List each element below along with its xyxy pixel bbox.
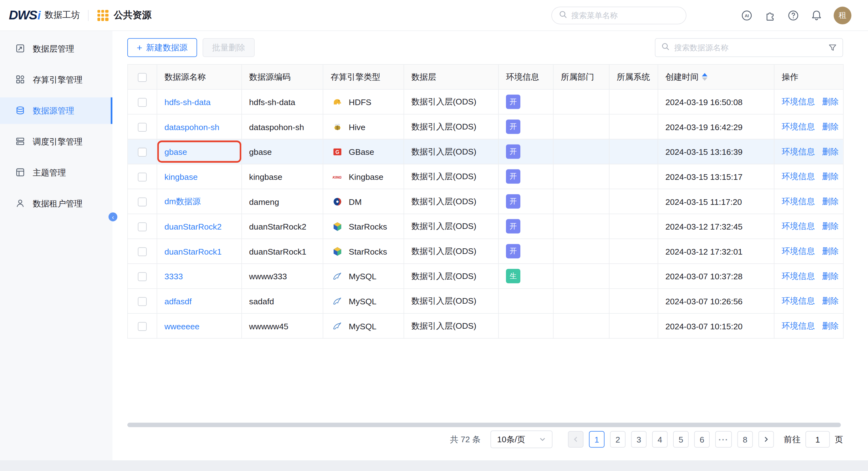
batch-delete-button[interactable]: 批量删除 bbox=[203, 38, 254, 57]
datasource-name-link[interactable]: duanStarRock1 bbox=[164, 246, 221, 256]
datasource-name-link[interactable]: hdfs-sh-data bbox=[164, 97, 211, 106]
delete-action[interactable]: 删除 bbox=[822, 321, 839, 330]
delete-action[interactable]: 删除 bbox=[822, 246, 839, 255]
env-info-action[interactable]: 环境信息 bbox=[782, 296, 815, 305]
delete-action[interactable]: 删除 bbox=[822, 196, 839, 205]
sidebar-item-label: 数据租户管理 bbox=[33, 198, 82, 209]
datasource-code: dataspohon-sh bbox=[242, 114, 323, 139]
goto-page-input[interactable] bbox=[805, 431, 830, 447]
datasource-name-link[interactable]: duanStarRock2 bbox=[164, 222, 221, 231]
horizontal-scrollbar-thumb[interactable] bbox=[127, 423, 841, 427]
page-ellipsis[interactable]: ··· bbox=[715, 431, 732, 447]
row-checkbox[interactable] bbox=[138, 98, 147, 107]
datasource-name-link[interactable]: kingbase bbox=[164, 172, 197, 181]
env-info-action[interactable]: 环境信息 bbox=[782, 271, 815, 280]
env-info-action[interactable]: 环境信息 bbox=[782, 221, 815, 231]
datasource-name-link[interactable]: wweeeee bbox=[164, 321, 199, 331]
row-checkbox[interactable] bbox=[138, 123, 147, 132]
env-badge: 开 bbox=[506, 194, 520, 209]
row-checkbox[interactable] bbox=[138, 222, 147, 231]
datasource-search[interactable] bbox=[655, 38, 843, 57]
sidebar-collapse-button[interactable]: ‹ bbox=[108, 212, 117, 221]
sidebar-item[interactable]: 主题管理 bbox=[0, 160, 112, 186]
datasource-code: hdfs-sh-data bbox=[242, 90, 323, 114]
delete-action[interactable]: 删除 bbox=[822, 171, 839, 181]
apps-grid-icon[interactable] bbox=[97, 10, 108, 21]
delete-action[interactable]: 删除 bbox=[822, 97, 839, 106]
datasource-search-input[interactable] bbox=[674, 43, 824, 52]
page-number[interactable]: 4 bbox=[652, 431, 668, 447]
env-info-action[interactable]: 环境信息 bbox=[782, 196, 815, 205]
data-layer-icon bbox=[16, 44, 26, 54]
row-checkbox[interactable] bbox=[138, 322, 147, 331]
env-info-action[interactable]: 环境信息 bbox=[782, 146, 815, 156]
page-number[interactable]: 3 bbox=[631, 431, 647, 447]
table-row: adfasdfsadafdMySQL数据引入层(ODS)2024-03-07 1… bbox=[128, 289, 843, 314]
row-checkbox[interactable] bbox=[138, 173, 147, 181]
delete-action[interactable]: 删除 bbox=[822, 271, 839, 280]
logo: DWSi bbox=[9, 8, 41, 23]
row-checkbox[interactable] bbox=[138, 272, 147, 281]
datasource-icon bbox=[16, 106, 26, 116]
env-info-action[interactable]: 环境信息 bbox=[782, 97, 815, 106]
data-layer: 数据引入层(ODS) bbox=[404, 214, 499, 239]
pagination: 共 72 条 10条/页 123456···8 前往 页 bbox=[450, 430, 843, 448]
prev-page-button[interactable] bbox=[568, 431, 584, 447]
sort-icon[interactable] bbox=[702, 73, 708, 81]
select-all-checkbox[interactable] bbox=[138, 73, 147, 82]
menu-search[interactable] bbox=[551, 6, 686, 24]
row-checkbox[interactable] bbox=[138, 297, 147, 306]
column-header: 所属系统 bbox=[609, 64, 658, 90]
delete-action[interactable]: 删除 bbox=[822, 121, 839, 131]
page-number[interactable]: 8 bbox=[737, 431, 753, 447]
datasource-name-link[interactable]: dataspohon-sh bbox=[164, 122, 219, 131]
column-header[interactable]: 创建时间 bbox=[658, 64, 774, 90]
env-badge: 开 bbox=[506, 144, 520, 159]
datasource-name-link[interactable]: 3333 bbox=[164, 271, 183, 281]
delete-action[interactable]: 删除 bbox=[822, 146, 839, 156]
sidebar-item[interactable]: 数据源管理 bbox=[0, 97, 112, 124]
sidebar-item[interactable]: 数据层管理 bbox=[0, 35, 112, 62]
column-header: 操作 bbox=[774, 64, 843, 90]
data-layer: 数据引入层(ODS) bbox=[404, 139, 499, 164]
help-icon[interactable] bbox=[787, 9, 800, 21]
row-checkbox[interactable] bbox=[138, 247, 147, 256]
filter-icon[interactable] bbox=[828, 43, 837, 52]
avatar[interactable]: 租 bbox=[834, 6, 851, 24]
datasource-name-link[interactable]: gbase bbox=[164, 147, 187, 156]
sidebar-item[interactable]: 数据租户管理 bbox=[0, 191, 112, 217]
env-info-action[interactable]: 环境信息 bbox=[782, 246, 815, 255]
page-number[interactable]: 1 bbox=[589, 431, 604, 447]
total-count: 共 72 条 bbox=[450, 434, 480, 445]
plugin-icon[interactable] bbox=[764, 9, 776, 21]
page-size-select[interactable]: 10条/页 bbox=[490, 430, 552, 448]
ai-assistant-icon[interactable]: AI bbox=[741, 9, 753, 21]
product-name: 数据工坊 bbox=[44, 9, 80, 21]
brand: DWSi 数据工坊 公共资源 bbox=[9, 8, 151, 23]
env-info-action[interactable]: 环境信息 bbox=[782, 321, 815, 330]
page-number[interactable]: 2 bbox=[610, 431, 626, 447]
page-number[interactable]: 5 bbox=[673, 431, 689, 447]
env-info-action[interactable]: 环境信息 bbox=[782, 171, 815, 181]
env-info-action[interactable]: 环境信息 bbox=[782, 121, 815, 131]
delete-action[interactable]: 删除 bbox=[822, 296, 839, 305]
delete-action[interactable]: 删除 bbox=[822, 221, 839, 231]
datasource-name-link[interactable]: adfasdf bbox=[164, 296, 191, 306]
goto-label: 前往 bbox=[784, 434, 800, 445]
data-layer: 数据引入层(ODS) bbox=[404, 164, 499, 189]
svg-text:G: G bbox=[335, 149, 339, 155]
next-page-button[interactable] bbox=[758, 431, 774, 447]
env-badge: 开 bbox=[506, 120, 520, 134]
page-number[interactable]: 6 bbox=[694, 431, 710, 447]
notification-bell-icon[interactable] bbox=[810, 9, 823, 21]
sidebar-item[interactable]: 调度引擎管理 bbox=[0, 128, 112, 155]
sidebar-item[interactable]: 存算引擎管理 bbox=[0, 66, 112, 93]
system-cell bbox=[609, 264, 658, 289]
sidebar-item-label: 数据源管理 bbox=[33, 105, 74, 116]
mysql-icon bbox=[331, 271, 344, 281]
menu-search-input[interactable] bbox=[571, 11, 679, 20]
new-datasource-button[interactable]: + 新建数据源 bbox=[127, 38, 197, 57]
datasource-name-link[interactable]: dm数据源 bbox=[164, 196, 200, 205]
row-checkbox[interactable] bbox=[138, 198, 147, 206]
row-checkbox[interactable] bbox=[138, 147, 147, 156]
